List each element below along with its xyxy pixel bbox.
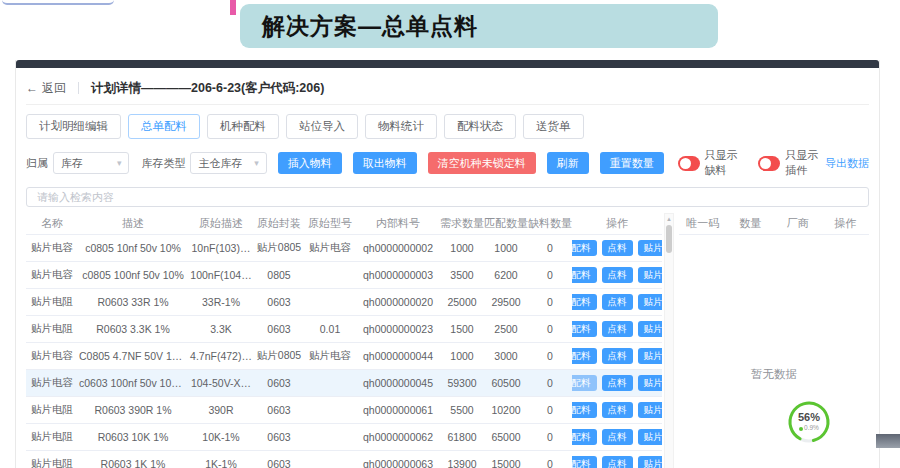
stock-type-select[interactable]: 主仓库存 ▾ bbox=[190, 152, 266, 174]
row-action-点料[interactable]: 点料 bbox=[602, 321, 633, 337]
unique-code-table: 唯一码数量厂商操作 暂无数据 bbox=[679, 213, 869, 468]
edge-scroll-object[interactable] bbox=[876, 434, 900, 448]
row-action-贴片[interactable]: 贴片 bbox=[638, 375, 663, 391]
row-action-配料[interactable]: 配料 bbox=[572, 429, 597, 445]
unique-code-table-body: 暂无数据 bbox=[679, 235, 869, 468]
scroll-up-icon: ▲ bbox=[666, 215, 672, 223]
cell-pn: qh0000000045 bbox=[356, 377, 440, 389]
table-row[interactable]: 贴片电阻R0603 10K 1%10K-1%0603qh000000006261… bbox=[26, 424, 662, 451]
cell-opkg: 贴片0805 bbox=[254, 241, 304, 255]
page-header: ← 返回 计划详情————206-6-23(客户代码:206) bbox=[26, 72, 869, 105]
table-scrollbar[interactable]: ▲ bbox=[664, 213, 674, 468]
progress-sub-value: 0.9% bbox=[804, 425, 819, 432]
cell-desc: c0603 100nf 50v 10% 104 bbox=[78, 377, 188, 389]
progress-value: 56% bbox=[798, 412, 820, 423]
tab-物料统计[interactable]: 物料统计 bbox=[365, 114, 437, 139]
row-action-点料[interactable]: 点料 bbox=[602, 429, 633, 445]
row-action-配料[interactable]: 配料 bbox=[572, 240, 597, 256]
owner-select[interactable]: 库存 ▾ bbox=[53, 152, 129, 174]
row-action-贴片[interactable]: 贴片 bbox=[638, 321, 663, 337]
row-action-点料[interactable]: 点料 bbox=[602, 402, 633, 418]
cell-match: 6200 bbox=[484, 269, 528, 281]
cell-desc: R0603 1K 1% bbox=[78, 458, 188, 468]
table-row[interactable]: 贴片电阻R0603 33R 1%33R-1%0603qh000000002025… bbox=[26, 289, 662, 316]
table-row[interactable]: 贴片电阻R0603 390R 1%390R0603qh0000000061550… bbox=[26, 397, 662, 424]
table-row[interactable]: 贴片电阻R0603 3.3K 1%3.3K06030.01qh000000002… bbox=[26, 316, 662, 343]
row-action-点料[interactable]: 点料 bbox=[602, 240, 633, 256]
tab-送货单[interactable]: 送货单 bbox=[523, 114, 584, 139]
back-label: 返回 bbox=[42, 80, 66, 97]
tab-总单配料[interactable]: 总单配料 bbox=[128, 114, 200, 139]
cell-match: 60500 bbox=[484, 377, 528, 389]
row-action-贴片[interactable]: 贴片 bbox=[638, 402, 663, 418]
row-action-贴片[interactable]: 贴片 bbox=[638, 456, 663, 468]
cell-pn: qh0000000044 bbox=[356, 350, 440, 362]
cell-pn: qh0000000003 bbox=[356, 269, 440, 281]
cell-name: 贴片电容 bbox=[26, 268, 78, 282]
cell-name: 贴片电容 bbox=[26, 376, 78, 390]
row-action-配料[interactable]: 配料 bbox=[572, 348, 597, 364]
cell-odesc: 1K-1% bbox=[188, 458, 254, 468]
progress-dot-icon bbox=[799, 427, 803, 431]
tab-配料状态[interactable]: 配料状态 bbox=[444, 114, 516, 139]
tab-机种配料[interactable]: 机种配料 bbox=[207, 114, 279, 139]
toolbar-button-插入物料[interactable]: 插入物料 bbox=[278, 152, 342, 174]
cell-desc: R0603 390R 1% bbox=[78, 404, 188, 416]
cell-need: 25000 bbox=[440, 296, 484, 308]
row-action-配料[interactable]: 配料 bbox=[572, 402, 597, 418]
cell-omodel: 贴片电容 bbox=[304, 241, 356, 255]
table-row[interactable]: 贴片电容C0805 4.7NF 50V 10% …4.7nF(472)…贴片08… bbox=[26, 343, 662, 370]
row-action-配料[interactable]: 配料 bbox=[572, 294, 597, 310]
toggle-只显示插件[interactable] bbox=[758, 156, 780, 171]
table-row[interactable]: 贴片电容c0805 10nf 50v 10%10nF(103)…贴片0805贴片… bbox=[26, 235, 662, 262]
cell-lack: 0 bbox=[528, 377, 572, 389]
toolbar-button-取出物料[interactable]: 取出物料 bbox=[353, 152, 417, 174]
toolbar-button-刷新[interactable]: 刷新 bbox=[547, 152, 589, 174]
cell-match: 10200 bbox=[484, 404, 528, 416]
row-actions: 配料点料贴片 bbox=[572, 348, 662, 364]
toolbar-button-清空机种未锁定料[interactable]: 清空机种未锁定料 bbox=[428, 152, 536, 174]
scrollbar-thumb[interactable] bbox=[666, 225, 672, 253]
row-action-贴片[interactable]: 贴片 bbox=[638, 294, 663, 310]
row-action-点料[interactable]: 点料 bbox=[602, 375, 633, 391]
row-action-配料[interactable]: 配料 bbox=[572, 456, 597, 468]
cell-desc: c0805 100nf 50v 10% bbox=[78, 269, 188, 281]
cell-name: 贴片电阻 bbox=[26, 322, 78, 336]
row-action-贴片[interactable]: 贴片 bbox=[638, 429, 663, 445]
table-row[interactable]: 贴片电阻R0603 1K 1%1K-1%0603qh00000000631390… bbox=[26, 451, 662, 468]
cell-name: 贴片电阻 bbox=[26, 403, 78, 417]
toolbar-button-重置数量[interactable]: 重置数量 bbox=[600, 152, 664, 174]
row-action-配料[interactable]: 配料 bbox=[572, 375, 597, 391]
table-row[interactable]: 贴片电容c0603 100nf 50v 10% 104104-50V-X…060… bbox=[26, 370, 662, 397]
back-arrow-icon: ← bbox=[26, 81, 38, 95]
cell-name: 贴片电阻 bbox=[26, 457, 78, 468]
tab-bar: 计划明细编辑总单配料机种配料站位导入物料统计配料状态送货单 bbox=[26, 114, 869, 139]
cell-opkg: 0603 bbox=[254, 458, 304, 468]
row-action-点料[interactable]: 点料 bbox=[602, 456, 633, 468]
cell-opkg: 0603 bbox=[254, 431, 304, 443]
cell-desc: c0805 10nf 50v 10% bbox=[78, 242, 188, 254]
row-action-点料[interactable]: 点料 bbox=[602, 294, 633, 310]
export-data-link[interactable]: 导出数据 bbox=[825, 156, 869, 171]
column-header: 原始型号 bbox=[304, 216, 356, 231]
row-action-贴片[interactable]: 贴片 bbox=[638, 267, 663, 283]
row-action-配料[interactable]: 配料 bbox=[572, 321, 597, 337]
cell-name: 贴片电阻 bbox=[26, 295, 78, 309]
row-action-贴片[interactable]: 贴片 bbox=[638, 240, 663, 256]
tab-站位导入[interactable]: 站位导入 bbox=[286, 114, 358, 139]
row-actions: 配料点料贴片 bbox=[572, 321, 662, 337]
row-action-点料[interactable]: 点料 bbox=[602, 348, 633, 364]
toggle-只显示缺料[interactable] bbox=[678, 156, 700, 171]
cell-lack: 0 bbox=[528, 323, 572, 335]
row-actions: 配料点料贴片 bbox=[572, 429, 662, 445]
row-action-点料[interactable]: 点料 bbox=[602, 267, 633, 283]
row-action-配料[interactable]: 配料 bbox=[572, 267, 597, 283]
column-header: 操作 bbox=[572, 216, 662, 231]
row-action-贴片[interactable]: 贴片 bbox=[638, 348, 663, 364]
tab-计划明细编辑[interactable]: 计划明细编辑 bbox=[26, 114, 121, 139]
table-row[interactable]: 贴片电容c0805 100nf 50v 10%100nF(104…0805qh0… bbox=[26, 262, 662, 289]
back-button[interactable]: ← 返回 bbox=[26, 80, 66, 97]
stock-type-label: 库存类型 bbox=[141, 156, 185, 171]
row-actions: 配料点料贴片 bbox=[572, 294, 662, 310]
search-input[interactable] bbox=[26, 187, 869, 207]
